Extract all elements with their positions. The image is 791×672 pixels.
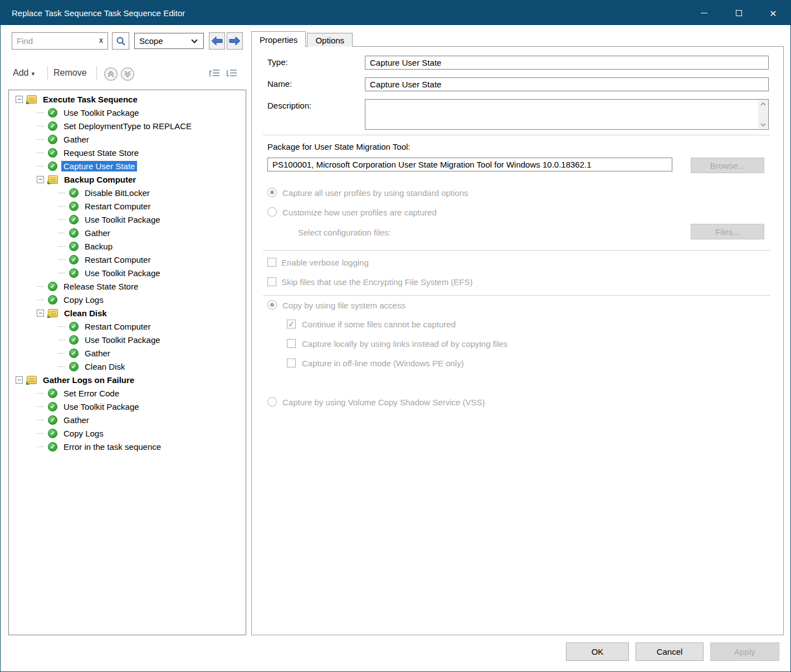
capture-customize-radio[interactable] [267,207,277,217]
move-down-button[interactable] [120,67,135,81]
tree-item[interactable]: ✓Gather [9,413,246,426]
find-previous-button[interactable] [209,32,225,50]
step-success-icon: ✓ [48,442,57,452]
capture-standard-label: Capture all user profiles by using stand… [282,188,468,198]
package-field[interactable] [267,158,672,171]
tree-item-label: Restart Computer [82,201,153,212]
step-success-icon: ✓ [69,362,79,371]
search-button[interactable] [112,32,129,50]
tree-item[interactable]: ✓Use Toolkit Package [9,266,246,279]
tree-item[interactable]: ✓Use Toolkit Package [9,400,246,413]
tree-item[interactable]: ✓Use Toolkit Package [9,213,246,226]
tree-item-label: Capture User State [61,161,137,171]
tree-item[interactable]: ✓Restart Computer [9,199,246,213]
description-scrollbar[interactable] [758,100,768,129]
files-button[interactable]: Files... [691,224,764,239]
scroll-down-icon[interactable] [760,123,766,126]
tree-connector [58,246,65,247]
minimize-button[interactable] [687,1,721,25]
remove-button[interactable]: Remove [53,68,87,78]
move-up-button[interactable] [104,67,118,81]
step-success-icon: ✓ [48,429,57,438]
tree-item[interactable]: ✓Clean Disk [9,360,246,373]
description-field[interactable] [365,99,769,130]
close-button[interactable]: × [756,1,790,25]
vss-radio[interactable] [267,397,277,406]
paste-step-button[interactable] [225,67,240,81]
toolbar-divider [96,66,97,80]
tree-item-label: Release State Store [61,281,140,292]
tree-item[interactable]: −Backup Computer [9,173,246,186]
step-success-icon: ✓ [69,228,79,238]
tree-item[interactable]: ✓Gather [9,133,246,146]
capture-locally-links-label: Capture locally by using links instead o… [302,339,507,349]
add-button[interactable]: Add▾ [13,68,35,78]
tree-connector [37,420,44,420]
capture-locally-links-checkbox[interactable] [287,339,296,348]
tree-item[interactable]: ✓Error in the task sequence [9,440,246,453]
copy-step-icon [208,67,221,80]
scope-value: Scope [139,36,163,46]
scroll-up-icon[interactable] [760,102,766,106]
select-config-label: Select configuration files: [298,228,391,237]
tree-connector [58,366,65,367]
capture-standard-radio[interactable] [267,188,277,197]
tree-item[interactable]: −Execute Task Sequence [9,92,246,106]
tree-item[interactable]: ✓Request State Store [9,146,246,159]
tree-item[interactable]: ✓Set Error Code [9,386,246,400]
copy-step-button[interactable] [208,67,222,81]
tree-item[interactable]: ✓Set DeploymentType to REPLACE [9,119,246,133]
tree-item-label: Execute Task Sequence [41,94,140,105]
tree-item[interactable]: ✓Copy Logs [9,293,246,306]
collapse-toggle-icon[interactable]: − [16,96,23,103]
tree-item[interactable]: ✓Restart Computer [9,253,246,266]
type-field[interactable] [365,56,769,70]
group-folder-icon [48,175,58,184]
tree-item[interactable]: ✓Restart Computer [9,320,246,333]
tree-item[interactable]: ✓Gather [9,346,246,360]
clear-find-button[interactable]: x [99,36,103,45]
tree-item[interactable]: ✓Gather [9,226,246,239]
verbose-logging-label: Enable verbose logging [281,258,369,267]
arrow-left-icon [211,36,223,46]
tree-item[interactable]: −Gather Logs on Failure [9,373,246,386]
tree-item[interactable]: ✓Release State Store [9,279,246,293]
find-next-button[interactable] [227,32,243,50]
maximize-button[interactable] [721,1,756,25]
cancel-button[interactable]: Cancel [636,642,704,661]
ok-button[interactable]: OK [566,642,629,661]
tab-properties[interactable]: Properties [251,31,306,47]
step-success-icon: ✓ [48,295,57,305]
tree-item[interactable]: ✓Copy Logs [9,426,246,440]
verbose-logging-checkbox[interactable] [267,258,276,267]
tree-item[interactable]: ✓Capture User State [9,159,246,173]
tree-connector [37,153,44,153]
tree-connector [37,393,44,394]
tree-item[interactable]: −Clean Disk [9,306,246,320]
tree-item[interactable]: ✓Use Toolkit Package [9,333,246,346]
collapse-toggle-icon[interactable]: − [16,376,23,384]
tree-item-label: Use Toolkit Package [82,214,163,225]
continue-if-files-checkbox[interactable] [287,320,296,328]
offline-mode-checkbox[interactable] [287,359,296,367]
tree-item-label: Restart Computer [82,254,153,265]
scope-dropdown[interactable]: Scope [134,33,204,49]
collapse-toggle-icon[interactable]: − [37,310,44,317]
browse-button[interactable]: Browse... [691,158,764,173]
find-input[interactable] [12,32,108,50]
tree-item[interactable]: ✓Use Toolkit Package [9,106,246,119]
tree-connector [58,353,65,354]
tree-item[interactable]: ✓Disable BitLocker [9,186,246,199]
apply-button[interactable]: Apply [710,642,779,661]
name-label: Name: [267,79,292,89]
filesystem-access-radio[interactable] [267,300,277,310]
skip-efs-checkbox[interactable] [267,277,276,286]
collapse-toggle-icon[interactable]: − [37,176,44,183]
name-field[interactable] [365,77,769,91]
tree-connector [58,193,65,193]
tree-item-label: Request State Store [61,148,141,158]
section-divider [263,295,770,296]
tree-item[interactable]: ✓Backup [9,239,246,253]
tab-options[interactable]: Options [307,33,353,47]
step-success-icon: ✓ [69,349,79,358]
